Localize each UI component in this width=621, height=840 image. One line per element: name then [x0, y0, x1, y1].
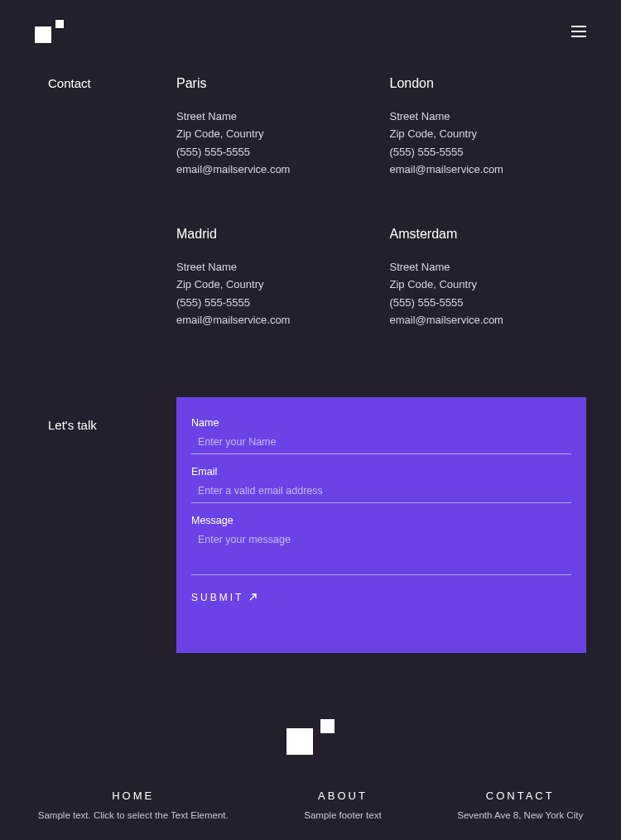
footer-col-about: ABOUT Sample footer text	[304, 790, 381, 820]
submit-label: SUBMIT	[191, 592, 243, 603]
message-label: Message	[191, 515, 571, 526]
location-london: London Street Name Zip Code, Country (55…	[390, 76, 587, 179]
submit-button[interactable]: SUBMIT	[191, 592, 258, 603]
phone: (555) 555-5555	[176, 294, 373, 311]
street: Street Name	[176, 258, 373, 276]
lets-talk-heading: Let's talk	[48, 397, 176, 653]
zip: Zip Code, Country	[390, 276, 587, 293]
zip: Zip Code, Country	[176, 125, 373, 142]
footer-logo[interactable]	[286, 719, 335, 755]
name-input[interactable]	[191, 432, 571, 454]
city-name: Paris	[176, 76, 373, 91]
zip: Zip Code, Country	[176, 276, 373, 293]
city-name: Madrid	[176, 227, 373, 242]
hamburger-icon	[571, 26, 586, 37]
phone: (555) 555-5555	[390, 143, 587, 161]
footer-title[interactable]: ABOUT	[304, 790, 381, 802]
email-label: Email	[191, 466, 571, 478]
street: Street Name	[176, 108, 373, 125]
menu-button[interactable]	[571, 26, 586, 37]
street: Street Name	[390, 108, 587, 125]
phone: (555) 555-5555	[390, 294, 587, 311]
location-amsterdam: Amsterdam Street Name Zip Code, Country …	[390, 227, 587, 329]
email-input[interactable]	[191, 481, 571, 503]
footer-col-home: HOME Sample text. Click to select the Te…	[38, 790, 229, 820]
location-madrid: Madrid Street Name Zip Code, Country (55…	[176, 227, 373, 329]
email: email@mailservice.com	[176, 161, 373, 178]
footer-text: Sample text. Click to select the Text El…	[38, 810, 229, 820]
footer-title[interactable]: HOME	[38, 790, 229, 802]
zip: Zip Code, Country	[390, 125, 587, 142]
arrow-up-right-icon	[248, 593, 258, 602]
message-input[interactable]	[191, 530, 571, 575]
footer-title[interactable]: CONTACT	[457, 790, 583, 802]
contact-form: Name Email Message SUBMIT	[176, 397, 586, 653]
logo[interactable]	[35, 20, 64, 43]
street: Street Name	[390, 258, 587, 276]
footer-text: Sample footer text	[304, 810, 381, 820]
footer-text: Seventh Ave 8, New York City	[457, 810, 583, 820]
city-name: London	[390, 76, 587, 91]
name-label: Name	[191, 417, 571, 429]
email: email@mailservice.com	[176, 311, 373, 329]
email: email@mailservice.com	[390, 161, 587, 178]
footer-col-contact: CONTACT Seventh Ave 8, New York City	[457, 790, 583, 820]
email: email@mailservice.com	[390, 311, 587, 329]
location-paris: Paris Street Name Zip Code, Country (555…	[176, 76, 373, 179]
city-name: Amsterdam	[390, 227, 587, 242]
contact-heading: Contact	[48, 76, 176, 329]
phone: (555) 555-5555	[176, 143, 373, 161]
